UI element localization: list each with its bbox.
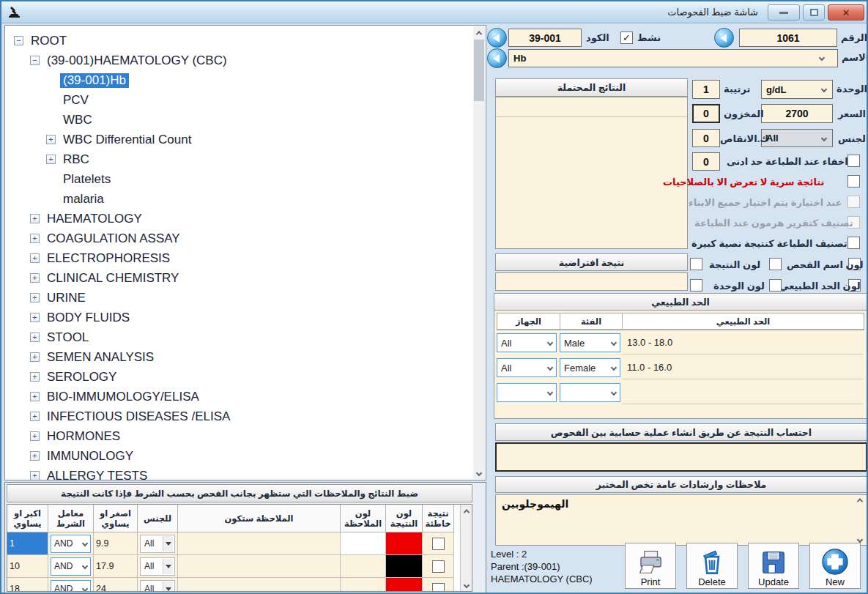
result-color-swatch[interactable] xyxy=(690,258,702,270)
wrong-result-checkbox[interactable] xyxy=(432,583,445,593)
operator-combobox[interactable]: AND xyxy=(51,535,91,553)
gender-dropdown[interactable]: All xyxy=(140,557,175,576)
tree-item[interactable]: +BODY FLUIDS xyxy=(7,308,474,327)
hide-on-print-checkbox[interactable] xyxy=(847,155,860,167)
name-combobox[interactable]: Hb xyxy=(508,49,838,67)
tree-item-label[interactable]: ALLERGY TESTS xyxy=(44,469,150,481)
maximize-button[interactable] xyxy=(803,4,825,21)
expand-icon[interactable]: + xyxy=(30,293,40,302)
expand-icon[interactable]: + xyxy=(30,431,40,441)
category-combobox[interactable] xyxy=(560,383,620,402)
tree-item-label[interactable]: URINE xyxy=(44,291,89,305)
tree-item[interactable]: +INFECTIOUS DISEASES /ELISA xyxy=(7,406,474,426)
tree-scroll-thumb[interactable] xyxy=(474,40,484,101)
expand-icon[interactable]: + xyxy=(30,352,40,362)
result-color-cell[interactable] xyxy=(386,555,423,578)
device-combobox[interactable]: All xyxy=(497,333,557,352)
tree-item[interactable]: +SEROLOGY xyxy=(7,367,474,387)
result-color-cell[interactable] xyxy=(386,578,423,592)
tree-item-label[interactable]: RBC xyxy=(60,152,92,167)
conditions-scroll-down[interactable] xyxy=(461,579,472,591)
gender-combobox[interactable]: All xyxy=(761,129,833,147)
note-cell[interactable] xyxy=(178,555,341,578)
order-input[interactable]: 1 xyxy=(692,80,720,99)
less-or-equal-cell[interactable]: 9.9 xyxy=(94,532,138,555)
secret-results-checkbox[interactable] xyxy=(847,175,860,188)
dropdown-button[interactable] xyxy=(163,559,173,574)
wrong-result-checkbox[interactable] xyxy=(432,560,445,573)
tree-scroll-down[interactable] xyxy=(473,467,485,479)
expand-icon[interactable]: + xyxy=(30,412,40,421)
tree-item[interactable]: malaria xyxy=(7,189,474,209)
expand-icon[interactable]: + xyxy=(30,451,40,461)
delete-button[interactable]: Delete xyxy=(686,543,738,589)
code-input[interactable]: 39-001 xyxy=(508,29,582,47)
conditions-scroll-up[interactable] xyxy=(461,505,472,517)
tree-item[interactable]: +HORMONES xyxy=(7,426,474,446)
tree-item-label[interactable]: IMMUNOLOGY xyxy=(44,449,136,464)
select-all-children-checkbox[interactable] xyxy=(847,196,860,208)
update-button[interactable]: Update xyxy=(748,543,799,589)
tree-item-label[interactable]: (39-001)Hb xyxy=(60,73,129,88)
tree-item[interactable]: +WBC Differential Count xyxy=(7,130,474,149)
device-combobox[interactable]: All xyxy=(497,358,557,377)
notes-scroll-down[interactable] xyxy=(854,538,865,542)
print-button[interactable]: Print xyxy=(625,543,676,589)
prev-name-button[interactable] xyxy=(487,48,507,68)
min-input[interactable]: 0 xyxy=(692,152,720,171)
tree-item-label[interactable]: COAGULATION ASSAY xyxy=(44,231,183,246)
expand-icon[interactable]: + xyxy=(46,155,56,164)
greater-or-equal-cell[interactable]: 10 xyxy=(7,555,48,578)
tree-item[interactable]: +STOOL xyxy=(7,327,474,347)
tree-item[interactable]: +ELECTROPHORESIS xyxy=(7,248,474,268)
category-combobox[interactable]: Male xyxy=(560,333,620,352)
active-checkbox[interactable]: ✓ xyxy=(620,31,633,44)
expand-icon[interactable]: + xyxy=(30,392,40,401)
big-text-result-checkbox[interactable] xyxy=(847,237,860,249)
number-input[interactable]: 1061 xyxy=(739,29,837,47)
collapse-icon[interactable]: − xyxy=(30,56,40,65)
note-color-cell[interactable] xyxy=(341,532,386,555)
dropdown-button[interactable] xyxy=(163,582,173,593)
tree-item[interactable]: WBC xyxy=(7,110,474,130)
tree-item[interactable]: −(39-001)HAEMATOLOGY (CBC) xyxy=(7,51,474,70)
expand-icon[interactable]: + xyxy=(30,234,40,243)
tree-item[interactable]: +COAGULATION ASSAY xyxy=(7,229,474,248)
range-value-cell[interactable]: 13.0 - 18.0 xyxy=(622,331,863,354)
expand-icon[interactable]: + xyxy=(46,135,56,144)
note-color-cell[interactable] xyxy=(341,555,386,578)
tree-item[interactable]: +SEMEN ANALYSIS xyxy=(7,347,474,367)
tree-item[interactable]: +IMMUNOLOGY xyxy=(7,446,474,466)
decrease-input[interactable]: 0 xyxy=(692,129,720,147)
tree-item[interactable]: +BIO-IMMUMOLOGY/ELISA xyxy=(7,387,474,406)
tree-item-label[interactable]: CLINICAL CHEMISTRY xyxy=(44,271,182,286)
tree-item-label[interactable]: ELECTROPHORESIS xyxy=(44,251,173,266)
greater-or-equal-cell[interactable]: 18 xyxy=(7,578,48,592)
tree-item-label[interactable]: (39-001)HAEMATOLOGY (CBC) xyxy=(44,53,230,68)
unit-combobox[interactable]: g/dL xyxy=(761,80,833,99)
calculation-input[interactable] xyxy=(495,442,867,472)
expand-icon[interactable]: + xyxy=(30,214,40,223)
tree-item-label[interactable]: ROOT xyxy=(28,34,70,48)
result-color-cell[interactable] xyxy=(386,532,423,555)
gender-dropdown[interactable]: All xyxy=(140,580,175,593)
close-button[interactable]: ✕ xyxy=(828,4,864,21)
tree-item[interactable]: PCV xyxy=(7,90,474,110)
dropdown-button[interactable] xyxy=(163,536,173,552)
tree-item-label[interactable]: HAEMATOLOGY xyxy=(44,212,145,226)
default-result-input[interactable] xyxy=(495,272,688,291)
gender-dropdown[interactable]: All xyxy=(140,535,175,553)
notes-textarea[interactable]: الهيموجلوبين xyxy=(495,494,867,546)
unit-color-swatch[interactable] xyxy=(690,279,702,292)
tree-item-label[interactable]: SEMEN ANALYSIS xyxy=(44,350,157,365)
tree-item-label[interactable]: HORMONES xyxy=(44,429,123,444)
less-or-equal-cell[interactable]: 17.9 xyxy=(94,555,138,578)
conditions-scrollbar[interactable] xyxy=(460,505,472,591)
minimize-button[interactable] xyxy=(768,4,800,21)
device-combobox[interactable] xyxy=(497,383,557,402)
tree-item-label[interactable]: PCV xyxy=(60,93,92,108)
tree-item-label[interactable]: malaria xyxy=(60,192,107,207)
tree-item-label[interactable]: Platelets xyxy=(60,172,114,187)
tree-item[interactable]: +CLINICAL CHEMISTRY xyxy=(7,268,474,288)
tree-item[interactable]: (39-001)Hb xyxy=(7,70,474,90)
